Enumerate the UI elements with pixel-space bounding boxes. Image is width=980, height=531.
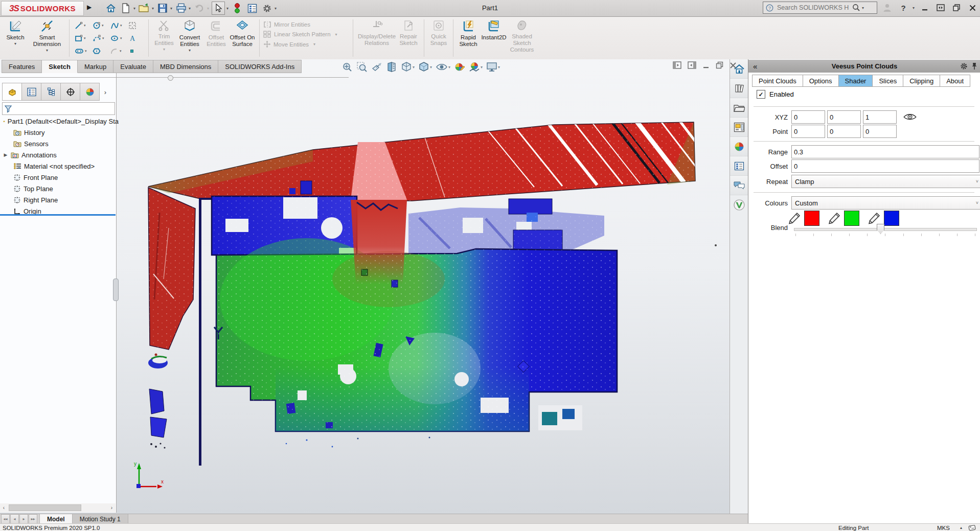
units-dropdown-arrow-icon[interactable]: ▴: [960, 525, 962, 530]
tree-item-material[interactable]: Material <not specified>: [0, 160, 129, 172]
colour-swatch-green[interactable]: [844, 211, 859, 226]
display-style-button[interactable]: ▾: [418, 61, 432, 73]
search-dropdown-caret[interactable]: ▾: [862, 6, 864, 10]
feature-manager-splitter[interactable]: [0, 77, 349, 78]
tree-item-annotations[interactable]: ▶ A Annotations: [0, 149, 119, 160]
status-tag-icon[interactable]: [968, 524, 976, 531]
fillet-tool[interactable]: ▾: [109, 44, 127, 57]
minimize-document-icon[interactable]: [702, 62, 710, 69]
ribbon-rapid-sketch-button[interactable]: Rapid Sketch: [457, 17, 480, 59]
panel-settings-gear-icon[interactable]: [960, 62, 968, 70]
annotations-expander-icon[interactable]: ▶: [3, 152, 8, 157]
ribbon-offset-on-surface-button[interactable]: Offset On Surface: [229, 17, 256, 59]
tree-filter[interactable]: [2, 102, 115, 115]
ribbon-convert-entities-button[interactable]: Convert Entities ▾: [176, 17, 203, 59]
panel-tab-about[interactable]: About: [940, 75, 970, 87]
polygon-tool[interactable]: [91, 44, 109, 57]
tab-solidworks-addins[interactable]: SOLIDWORKS Add-Ins: [218, 60, 302, 73]
point-tool[interactable]: [127, 44, 145, 57]
hide-show-caret[interactable]: ▾: [448, 65, 450, 70]
blend-slider-track[interactable]: [794, 228, 977, 231]
configurationmanager-tab[interactable]: [41, 83, 61, 101]
sketch-dropdown-caret[interactable]: ▾: [14, 42, 16, 47]
motion-study-tab[interactable]: Motion Study 1: [73, 514, 128, 524]
point-y-input[interactable]: [827, 125, 861, 138]
offset-input[interactable]: [791, 159, 979, 173]
ellipse-tool[interactable]: ▾: [109, 32, 127, 44]
view-orientation-caret[interactable]: ▾: [413, 65, 415, 70]
tree-horizontal-scrollbar[interactable]: ‹ ›: [0, 503, 116, 512]
rollback-bar[interactable]: [0, 214, 116, 216]
search-icon[interactable]: [852, 4, 860, 12]
text-tool[interactable]: A: [127, 32, 145, 44]
display-style-caret[interactable]: ▾: [430, 65, 432, 70]
smart-dimension-dropdown-caret[interactable]: ▾: [46, 49, 48, 53]
collapse-panel-icon[interactable]: «: [753, 62, 757, 71]
tree-item-front-plane[interactable]: Front Plane: [0, 172, 129, 183]
pin-panel-icon[interactable]: [971, 62, 977, 70]
view-settings-caret[interactable]: ▾: [498, 65, 500, 70]
colour-swatch-red[interactable]: [804, 211, 819, 226]
panel-tab-slices[interactable]: Slices: [873, 75, 903, 87]
ribbon-sketch-button[interactable]: Sketch ▾: [2, 17, 29, 59]
enabled-checkbox[interactable]: ✓: [757, 90, 765, 99]
status-units[interactable]: MKS: [937, 525, 950, 531]
repeat-dropdown[interactable]: Clamp ˅: [791, 175, 980, 188]
point-x-input[interactable]: [791, 125, 825, 138]
design-library-button[interactable]: [730, 79, 748, 98]
view-palette-button[interactable]: [730, 118, 748, 137]
prev-tab-button[interactable]: ◂: [10, 514, 19, 524]
tree-panel-resize-grip[interactable]: [113, 279, 119, 301]
tree-item-top-plane[interactable]: Top Plane: [0, 183, 129, 194]
propertymanager-tab[interactable]: [22, 83, 41, 101]
scroll-right-arrow-icon[interactable]: ›: [108, 505, 116, 511]
last-tab-button[interactable]: ▸▸: [29, 514, 37, 524]
spline-caret[interactable]: ▾: [120, 24, 122, 28]
restore-button[interactable]: [951, 2, 962, 13]
restore-document-icon[interactable]: [716, 61, 723, 69]
panel-tab-shader[interactable]: Shader: [839, 75, 873, 87]
help-button[interactable]: ?: [898, 2, 909, 13]
view-orientation-button[interactable]: ▾: [401, 61, 415, 73]
slot-caret[interactable]: ▾: [85, 49, 87, 53]
range-input[interactable]: [791, 145, 979, 158]
spline-tool[interactable]: ▾: [109, 19, 127, 32]
tree-item-sensors[interactable]: Sensors: [0, 138, 129, 149]
slot-tool[interactable]: ▾: [73, 44, 91, 57]
tab-features[interactable]: Features: [2, 60, 42, 73]
hide-show-items-button[interactable]: ▾: [436, 61, 450, 73]
xyz-x-input[interactable]: [791, 110, 825, 124]
model-tab[interactable]: Model: [39, 514, 73, 524]
zoom-to-area-button[interactable]: [356, 61, 368, 73]
featuremanager-tree-tab[interactable]: [2, 83, 22, 101]
tab-evaluate[interactable]: Evaluate: [113, 60, 153, 73]
panel-tab-clipping[interactable]: Clipping: [903, 75, 940, 87]
colour-swatch-blue[interactable]: [884, 211, 899, 226]
ribbon-instant2d-button[interactable]: Instant2D: [480, 17, 508, 59]
panel-tab-options[interactable]: Options: [803, 75, 839, 87]
tree-item-history[interactable]: History: [0, 127, 129, 138]
scrollbar-thumb[interactable]: [9, 504, 81, 511]
dimxpertmanager-tab[interactable]: [61, 83, 80, 101]
tab-mbd-dimensions[interactable]: MBD Dimensions: [153, 60, 218, 73]
help-dropdown-caret[interactable]: ▾: [913, 6, 915, 10]
eye-icon[interactable]: [903, 112, 917, 122]
close-button[interactable]: [967, 2, 978, 13]
dock-pane-left-icon[interactable]: [673, 61, 681, 69]
splitter-grip-dot[interactable]: [168, 75, 173, 81]
edit-colour-pencil-icon[interactable]: [788, 212, 801, 225]
convert-dropdown-caret[interactable]: ▾: [189, 49, 191, 53]
rectangle-tool[interactable]: ▾: [73, 32, 91, 44]
ellipse-caret[interactable]: ▾: [120, 36, 122, 40]
circle-tool[interactable]: ▾: [91, 19, 109, 32]
tree-filter-input[interactable]: [14, 105, 115, 113]
file-explorer-button[interactable]: [730, 98, 748, 118]
circle-caret[interactable]: ▾: [102, 24, 104, 28]
colours-dropdown[interactable]: Custom ˅: [791, 196, 980, 210]
close-document-icon[interactable]: [730, 62, 737, 69]
tab-markup[interactable]: Markup: [78, 60, 113, 73]
xyz-z-input[interactable]: [863, 110, 897, 124]
edit-appearance-button[interactable]: [454, 61, 465, 73]
rectangle-caret[interactable]: ▾: [84, 36, 86, 40]
minimize-button[interactable]: [919, 2, 930, 13]
